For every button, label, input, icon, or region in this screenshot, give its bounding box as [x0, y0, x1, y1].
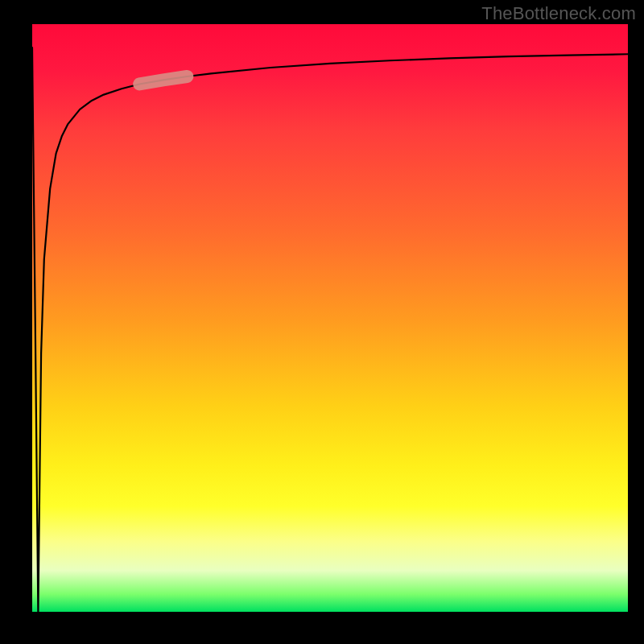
chart-frame: TheBottleneck.com — [0, 0, 644, 644]
attribution-text: TheBottleneck.com — [481, 3, 636, 24]
plot-gradient-background — [32, 24, 628, 612]
